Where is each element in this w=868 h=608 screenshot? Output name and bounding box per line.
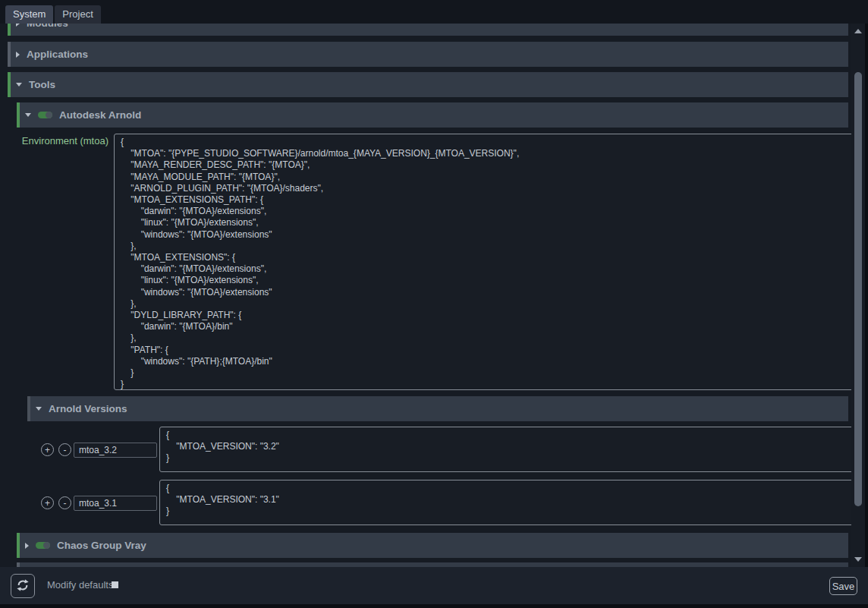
chevron-down-icon <box>16 83 22 87</box>
tab-system[interactable]: System <box>5 5 53 24</box>
section-title: Arnold Versions <box>49 403 127 414</box>
remove-version-button[interactable]: - <box>58 443 71 456</box>
section-title: Autodesk Arnold <box>59 109 141 121</box>
footer-bar: Modify defaults Save <box>0 567 868 604</box>
settings-scroll-area: Modules Applications Tools Autodesk Arno… <box>0 24 851 567</box>
enabled-toggle[interactable] <box>36 542 50 549</box>
scroll-up-button[interactable] <box>851 25 865 37</box>
section-header-chaos-group-vray[interactable]: Chaos Group Vray <box>17 533 848 558</box>
scrollbar-thumb[interactable] <box>854 72 862 506</box>
add-version-button[interactable]: + <box>41 443 54 456</box>
chevron-right-icon <box>25 543 29 549</box>
enabled-toggle[interactable] <box>38 112 52 118</box>
chevron-down-icon <box>25 113 31 117</box>
environment-json-editor[interactable]: { "MTOA": "{PYPE_STUDIO_SOFTWARE}/arnold… <box>114 134 851 390</box>
version-json-editor[interactable]: { "MTOA_VERSION": "3.1" } <box>159 480 851 525</box>
section-header-autodesk-arnold[interactable]: Autodesk Arnold <box>17 102 848 128</box>
add-version-button[interactable]: + <box>41 496 54 509</box>
arrow-down-icon <box>854 557 862 562</box>
section-title: Modules <box>27 24 68 29</box>
arrow-up-icon <box>854 29 862 33</box>
section-header-applications[interactable]: Applications <box>8 42 848 67</box>
scroll-down-button[interactable] <box>851 553 865 565</box>
chevron-down-icon <box>36 407 42 411</box>
chevron-right-icon <box>16 24 20 27</box>
modify-defaults-checkbox[interactable] <box>112 581 118 588</box>
section-header-arnold-versions[interactable]: Arnold Versions <box>27 396 848 421</box>
section-header-modules[interactable]: Modules <box>8 24 848 36</box>
version-json-editor[interactable]: { "MTOA_VERSION": "3.2" } <box>159 427 851 472</box>
environment-mtoa-label: Environment (mtoa) <box>0 135 108 146</box>
remove-version-button[interactable]: - <box>58 496 71 509</box>
section-title: Chaos Group Vray <box>57 540 146 551</box>
chevron-right-icon <box>16 52 20 58</box>
section-title: Tools <box>29 79 55 90</box>
modify-defaults-label: Modify defaults <box>47 579 113 591</box>
tab-project[interactable]: Project <box>55 5 100 24</box>
save-button[interactable]: Save <box>829 577 857 595</box>
vertical-scrollbar[interactable] <box>851 24 865 567</box>
refresh-button[interactable] <box>11 574 35 598</box>
section-header-tools[interactable]: Tools <box>8 72 848 97</box>
version-name-input[interactable] <box>74 496 157 511</box>
refresh-icon <box>16 578 30 594</box>
section-title: Applications <box>27 49 88 60</box>
tab-bar: System Project <box>0 0 868 24</box>
version-name-input[interactable] <box>74 443 157 458</box>
settings-window: System Project Modules Applications Tool… <box>0 0 868 608</box>
